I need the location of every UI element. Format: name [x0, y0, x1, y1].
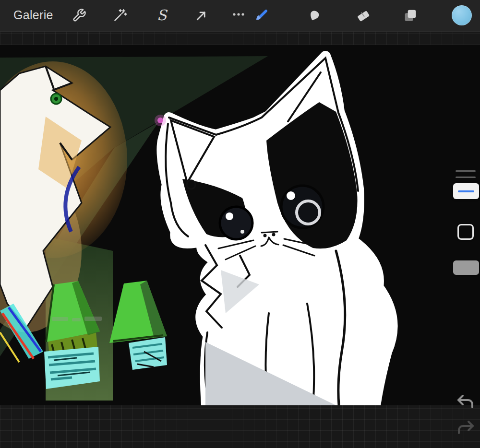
- brush-size-slider-handle[interactable]: [453, 183, 479, 199]
- adjustments-button[interactable]: [109, 5, 131, 26]
- undo-button[interactable]: [455, 392, 476, 412]
- transform-arrow-icon: [194, 8, 209, 23]
- brush-size-indicator: [458, 190, 474, 192]
- erase-button[interactable]: [353, 5, 374, 26]
- layers-icon: [403, 8, 418, 23]
- more-options-button[interactable]: [228, 5, 249, 26]
- paint-button[interactable]: [251, 5, 272, 26]
- redo-arrow-icon: [455, 432, 476, 439]
- selection-button[interactable]: S: [151, 5, 172, 26]
- opacity-slider-handle[interactable]: [453, 260, 479, 275]
- brush-size-track-mark: [456, 177, 476, 178]
- undo-arrow-icon: [455, 406, 476, 413]
- svg-text:S: S: [157, 8, 168, 23]
- color-swatch[interactable]: [452, 5, 472, 25]
- procreate-workspace: Galerie S: [0, 0, 480, 448]
- wrench-icon: [72, 8, 86, 23]
- brush-size-track-mark: [456, 170, 476, 172]
- canvas[interactable]: [0, 45, 480, 405]
- ellipsis-icon: [230, 8, 247, 23]
- smudge-button[interactable]: [304, 5, 325, 26]
- gallery-button[interactable]: Galerie: [13, 8, 53, 22]
- smudge-icon: [307, 8, 322, 23]
- modify-button[interactable]: [457, 224, 474, 240]
- artwork: [0, 45, 480, 405]
- eraser-icon: [356, 8, 371, 23]
- artwork-cat: [155, 56, 393, 405]
- selection-s-icon: S: [155, 8, 169, 23]
- layers-button[interactable]: [400, 5, 421, 26]
- redo-button[interactable]: [455, 418, 476, 437]
- transform-button[interactable]: [191, 5, 212, 26]
- brush-icon: [254, 8, 269, 23]
- magic-wand-icon: [113, 8, 127, 23]
- actions-button[interactable]: [69, 5, 90, 26]
- top-toolbar: Galerie S: [0, 0, 480, 32]
